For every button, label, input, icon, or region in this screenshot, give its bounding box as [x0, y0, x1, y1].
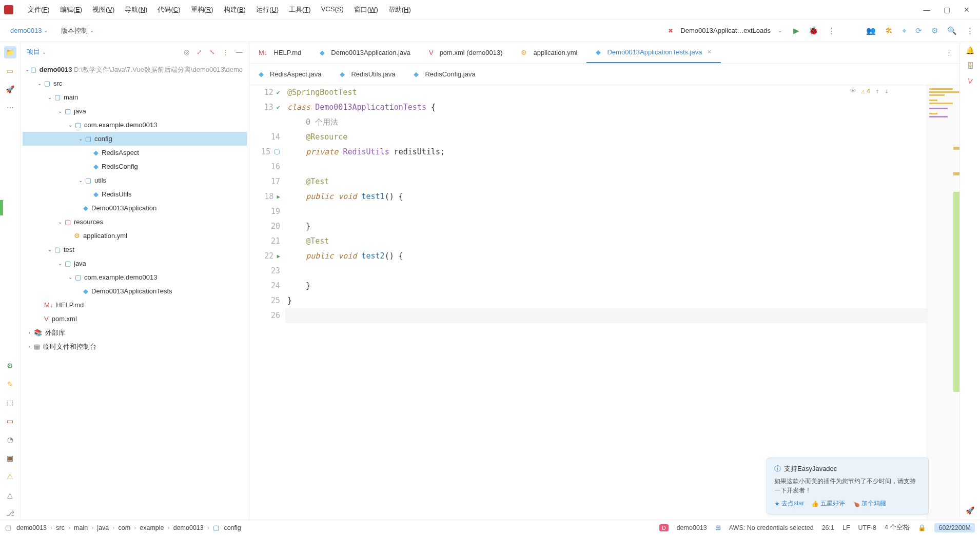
project-tree[interactable]: ⌄▢demo0013 D:\教学文件\Java\7.Vue数据前后端分离\dem…: [21, 62, 249, 520]
minimize-icon[interactable]: —: [923, 6, 930, 14]
settings-icon[interactable]: ⚙: [931, 26, 938, 35]
rocket-icon[interactable]: 🚀: [966, 506, 974, 514]
status-memory[interactable]: 602/2200M: [934, 523, 975, 532]
minimap[interactable]: [927, 85, 959, 520]
breadcrumb-item[interactable]: java: [95, 524, 111, 531]
hide-panel-icon[interactable]: —: [236, 48, 243, 56]
maven-tool-icon[interactable]: V: [967, 76, 973, 85]
search-icon[interactable]: 🔍: [947, 26, 957, 35]
problems-icon[interactable]: ⚠: [4, 470, 16, 483]
more-tool-icon[interactable]: ⋯: [4, 102, 16, 114]
tree-pkg-main[interactable]: ⌄▢com.example.demo0013: [23, 118, 247, 132]
breadcrumb-item[interactable]: ▢ config: [211, 524, 243, 531]
tree-root[interactable]: ⌄▢demo0013 D:\教学文件\Java\7.Vue数据前后端分离\dem…: [23, 63, 247, 76]
tree-pkg-test[interactable]: ⌄▢com.example.demo0013: [23, 270, 247, 284]
build-icon[interactable]: 🛠: [885, 26, 893, 35]
prev-highlight-icon[interactable]: ↑: [875, 87, 879, 95]
terminal-icon[interactable]: ▣: [4, 452, 16, 464]
tree-help-md[interactable]: M↓HELP.md: [23, 298, 247, 312]
warnings-icon[interactable]: △: [4, 489, 16, 501]
tree-app-yml[interactable]: ⚙application.yml: [23, 229, 247, 243]
profiler-icon[interactable]: ◔: [4, 433, 16, 446]
options-icon[interactable]: ⋮: [222, 48, 229, 56]
nav-icon[interactable]: ▢: [5, 524, 11, 531]
warnings-count[interactable]: ⚠ 4: [861, 87, 871, 95]
editor-tab[interactable]: M↓HELP.md: [249, 42, 310, 63]
tree-app-class[interactable]: ◆Demo0013Application: [23, 201, 247, 215]
project-dropdown[interactable]: demo0013⌄: [6, 25, 52, 36]
services-icon[interactable]: ⚙: [4, 360, 16, 372]
menu-item[interactable]: 运行(U): [251, 3, 284, 16]
tab-options-icon[interactable]: ⋮: [938, 49, 959, 56]
editor-tab[interactable]: ◆RedisAspect.java: [249, 64, 330, 85]
code-with-me-icon[interactable]: 👥: [866, 26, 876, 35]
tree-redis-aspect[interactable]: ◆RedisAspect: [23, 146, 247, 160]
status-indent[interactable]: 4 个空格: [885, 523, 910, 532]
notification-link[interactable]: ★ 去点star: [774, 499, 804, 508]
expand-icon[interactable]: ⤢: [197, 48, 202, 56]
status-caret[interactable]: 26:1: [822, 524, 834, 531]
notifications-icon[interactable]: 🔔: [966, 46, 974, 54]
editor-tab[interactable]: ◆Demo0013ApplicationTests.java✕: [586, 42, 721, 63]
menu-item[interactable]: VCS(S): [316, 3, 349, 16]
database-tool-icon[interactable]: 🗄: [967, 62, 974, 70]
more-run-icon[interactable]: ⋮: [828, 26, 835, 35]
menu-item[interactable]: 帮助(H): [383, 3, 416, 16]
maximize-icon[interactable]: ▢: [944, 6, 950, 14]
tree-pom-xml[interactable]: Vpom.xml: [23, 312, 247, 326]
editor-tab[interactable]: ◆Demo0013Application.java: [310, 42, 420, 63]
git-icon[interactable]: ⬚: [4, 397, 16, 409]
tree-config[interactable]: ⌄▢config: [23, 132, 247, 146]
menu-item[interactable]: 构建(B): [219, 3, 251, 16]
code-editor[interactable]: 12 ✔13 ✔1415 ⬡161718 ▶19202122 ▶23242526…: [249, 85, 959, 520]
menu-item[interactable]: 工具(T): [284, 3, 316, 16]
editor-tab[interactable]: Vpom.xml (demo0013): [420, 42, 512, 63]
tree-scratch[interactable]: ›▤临时文件和控制台: [23, 340, 247, 353]
menu-item[interactable]: 代码(C): [152, 3, 185, 16]
vcs-icon[interactable]: ⎇: [4, 507, 16, 520]
notification-link[interactable]: 🍗 加个鸡腿: [852, 499, 886, 508]
menu-item[interactable]: 导航(N): [120, 3, 152, 16]
todo-icon[interactable]: ✎: [4, 378, 16, 390]
status-project-name[interactable]: demo0013: [677, 524, 707, 531]
menu-item[interactable]: 重构(R): [186, 3, 219, 16]
tree-utils[interactable]: ⌄▢utils: [23, 173, 247, 187]
more-options-icon[interactable]: ⋮: [966, 26, 974, 35]
next-highlight-icon[interactable]: ↓: [885, 87, 889, 95]
bookmarks-tool-icon[interactable]: ▭: [4, 65, 16, 77]
close-icon[interactable]: ✕: [964, 6, 970, 14]
breadcrumb-item[interactable]: src: [54, 524, 67, 531]
menu-item[interactable]: 窗口(W): [349, 3, 383, 16]
vcs-dropdown[interactable]: 版本控制⌄: [57, 24, 98, 37]
menu-item[interactable]: 编辑(E): [55, 3, 87, 16]
tree-redis-utils[interactable]: ◆RedisUtils: [23, 187, 247, 201]
tree-ext-lib[interactable]: ›📚外部库: [23, 326, 247, 340]
breadcrumb-item[interactable]: main: [72, 524, 90, 531]
tree-src[interactable]: ⌄▢src: [23, 76, 247, 90]
locate-icon[interactable]: ◎: [184, 48, 189, 56]
notification-link[interactable]: 👍 五星好评: [811, 499, 845, 508]
collapse-icon[interactable]: ⤡: [209, 48, 215, 56]
tree-main[interactable]: ⌄▢main: [23, 90, 247, 104]
breadcrumb-item[interactable]: demo0013: [14, 524, 49, 531]
database-icon[interactable]: ▭: [4, 415, 16, 427]
status-aws[interactable]: AWS: No credentials selected: [729, 524, 814, 531]
status-project-badge[interactable]: D: [659, 524, 669, 531]
inspection-eye-icon[interactable]: 👁: [850, 87, 856, 95]
panel-title[interactable]: 项目 ⌄: [27, 47, 46, 56]
status-linesep[interactable]: LF: [842, 524, 850, 531]
status-encoding[interactable]: UTF-8: [858, 524, 876, 531]
project-tool-icon[interactable]: 📁: [4, 46, 16, 58]
close-tab-icon[interactable]: ✕: [707, 49, 712, 55]
tree-test-class[interactable]: ◆Demo0013ApplicationTests: [23, 284, 247, 298]
search-everywhere-icon[interactable]: ⌖: [902, 26, 906, 35]
editor-tab[interactable]: ⚙application.yml: [512, 42, 586, 63]
editor-tab[interactable]: ◆RedisConfig.java: [404, 64, 484, 85]
breadcrumb-item[interactable]: example: [138, 524, 166, 531]
sync-icon[interactable]: ⟳: [915, 26, 922, 35]
editor-tab[interactable]: ◆RedisUtils.java: [330, 64, 404, 85]
tree-test[interactable]: ⌄▢test: [23, 243, 247, 256]
debug-icon[interactable]: 🐞: [809, 26, 818, 35]
run-icon[interactable]: ▶: [793, 26, 799, 35]
tree-resources[interactable]: ⌄▢resources: [23, 215, 247, 229]
